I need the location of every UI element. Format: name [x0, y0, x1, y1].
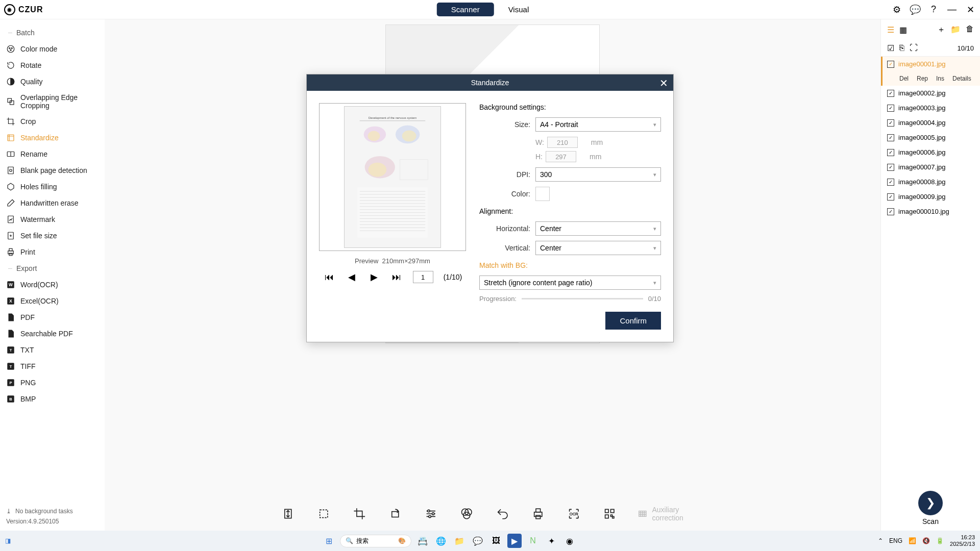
tab-visual[interactable]: Visual — [494, 3, 544, 16]
task-photos-icon[interactable]: 🖼 — [489, 534, 503, 548]
nav-next-button[interactable]: ▶ — [368, 271, 380, 283]
sidebar-item-filesize[interactable]: Set file size — [0, 228, 105, 244]
file-item[interactable]: image00008.jpg — [881, 174, 980, 189]
grid-view-icon[interactable]: ▦ — [899, 25, 907, 35]
width-input[interactable] — [547, 137, 578, 148]
feedback-icon[interactable]: 💬 — [910, 4, 921, 15]
sidebar-export-tiff[interactable]: TTIFF — [0, 358, 105, 374]
tray-wifi-icon[interactable]: 📶 — [909, 537, 916, 544]
add-icon[interactable]: ＋ — [937, 24, 945, 35]
file-item[interactable]: image000010.jpg — [881, 204, 980, 219]
select-all-icon[interactable]: ☑ — [887, 43, 894, 53]
nav-last-button[interactable]: ⏭ — [390, 272, 403, 283]
batch-icon[interactable]: ⎘ — [899, 43, 904, 53]
page-input[interactable] — [413, 271, 433, 283]
sidebar-export-searchpdf[interactable]: Searchable PDF — [0, 325, 105, 342]
settings-icon[interactable]: ⚙ — [891, 4, 902, 15]
file-action-details[interactable]: Details — [952, 75, 971, 82]
tool-crop[interactable] — [351, 505, 368, 523]
marquee-icon[interactable]: ⛶ — [910, 43, 918, 53]
sidebar-item-quality[interactable]: Quality — [0, 73, 105, 90]
checkbox-icon[interactable] — [887, 208, 894, 215]
color-swatch[interactable] — [535, 187, 550, 201]
tool-undo[interactable] — [494, 505, 510, 523]
file-item[interactable]: image00009.jpg — [881, 189, 980, 204]
checkbox-icon[interactable] — [887, 179, 894, 186]
checkbox-icon[interactable] — [887, 193, 894, 201]
widgets-icon[interactable]: ◨ — [5, 537, 11, 544]
tool-select[interactable] — [315, 505, 332, 523]
match-bg-select[interactable]: Stretch (ignore content page ratio) — [479, 276, 661, 290]
help-icon[interactable]: ? — [928, 4, 939, 15]
tool-adjust[interactable] — [423, 505, 439, 523]
file-action-rep[interactable]: Rep — [917, 75, 928, 82]
sidebar-item-watermark[interactable]: Watermark — [0, 211, 105, 228]
taskbar[interactable]: ◨ ⊞ 🔍 搜索🎨 📇 🌐 📁 💬 🖼 ▶ N ✦ ◉ ⌃ ENG 📶 🔇 🔋 … — [0, 531, 980, 551]
sidebar-item-rotate[interactable]: Rotate — [0, 57, 105, 73]
vertical-select[interactable]: Center — [535, 241, 661, 255]
file-item[interactable]: image00007.jpg — [881, 160, 980, 174]
tray-clock[interactable]: 16:23 2025/2/13 — [950, 534, 975, 547]
nav-prev-button[interactable]: ◀ — [346, 271, 358, 283]
tool-rotate[interactable] — [387, 505, 403, 523]
task-app2-icon[interactable]: N — [526, 534, 540, 548]
size-select[interactable]: A4 - Portrait — [535, 117, 661, 132]
minimize-icon[interactable]: — — [946, 4, 958, 15]
file-action-ins[interactable]: Ins — [936, 75, 944, 82]
file-item[interactable]: image00003.jpg — [881, 101, 980, 115]
file-item[interactable]: image00002.jpg — [881, 86, 980, 101]
tray-battery-icon[interactable]: 🔋 — [936, 537, 944, 544]
sidebar-item-rename[interactable]: Rename — [0, 146, 105, 162]
task-app-icon[interactable]: 📇 — [415, 534, 430, 548]
task-chat-icon[interactable]: 💬 — [471, 534, 485, 548]
sidebar-item-blank-detect[interactable]: Blank page detection — [0, 162, 105, 179]
tool-qr[interactable] — [601, 505, 618, 523]
checkbox-icon[interactable] — [887, 164, 894, 171]
sidebar-item-standardize[interactable]: Standardize — [0, 130, 105, 146]
tab-scanner[interactable]: Scanner — [437, 3, 494, 16]
dpi-select[interactable]: 300 — [535, 167, 661, 182]
checkbox-icon[interactable] — [887, 105, 894, 112]
file-item[interactable]: image00001.jpg Del Rep Ins Details — [881, 57, 980, 86]
sidebar-export-bmp[interactable]: BBMP — [0, 391, 105, 407]
checkbox-icon[interactable] — [887, 134, 894, 141]
sidebar-item-overlap-crop[interactable]: Overlapping Edge Cropping — [0, 90, 105, 113]
sidebar-export-pdf[interactable]: PDF — [0, 309, 105, 325]
delete-icon[interactable]: 🗑 — [966, 24, 974, 35]
tray-volume-icon[interactable]: 🔇 — [922, 537, 930, 544]
checkbox-icon[interactable] — [887, 61, 894, 68]
tool-ocr[interactable]: OCR — [566, 505, 582, 523]
task-app3-icon[interactable]: ✦ — [544, 534, 558, 548]
tool-color[interactable] — [458, 505, 475, 523]
sidebar-item-color-mode[interactable]: Color mode — [0, 41, 105, 57]
file-item[interactable]: image00006.jpg — [881, 145, 980, 160]
horizontal-select[interactable]: Center — [535, 221, 661, 236]
scan-button[interactable]: ❯ — [918, 491, 943, 515]
sidebar-item-print[interactable]: Print — [0, 244, 105, 260]
file-action-del[interactable]: Del — [899, 75, 909, 82]
confirm-button[interactable]: Confirm — [605, 312, 661, 330]
checkbox-icon[interactable] — [887, 149, 894, 156]
task-explorer-icon[interactable]: 📁 — [452, 534, 467, 548]
height-input[interactable] — [546, 151, 576, 162]
sidebar-item-holes[interactable]: Holes filling — [0, 179, 105, 195]
tray-chevron-icon[interactable]: ⌃ — [878, 537, 883, 544]
file-item[interactable]: image00004.jpg — [881, 115, 980, 130]
tray-lang[interactable]: ENG — [889, 537, 902, 544]
sidebar-export-png[interactable]: PPNG — [0, 374, 105, 391]
task-edge-icon[interactable]: 🌐 — [434, 534, 448, 548]
taskbar-search[interactable]: 🔍 搜索🎨 — [340, 535, 411, 547]
task-terminal-icon[interactable]: ▶ — [507, 534, 522, 548]
modal-close-button[interactable]: ✕ — [659, 77, 668, 89]
close-icon[interactable]: ✕ — [965, 4, 976, 15]
tool-print[interactable] — [530, 505, 546, 523]
checkbox-icon[interactable] — [887, 119, 894, 127]
sidebar-item-crop[interactable]: Crop — [0, 113, 105, 130]
nav-first-button[interactable]: ⏮ — [323, 272, 335, 283]
sidebar-item-handwritten[interactable]: Handwritten erase — [0, 195, 105, 211]
file-item[interactable]: image00005.jpg — [881, 130, 980, 145]
folder-icon[interactable]: 📁 — [950, 24, 961, 35]
sidebar-export-word[interactable]: WWord(OCR) — [0, 277, 105, 293]
sidebar-export-txt[interactable]: TTXT — [0, 342, 105, 358]
sidebar-export-excel[interactable]: XExcel(OCR) — [0, 293, 105, 309]
